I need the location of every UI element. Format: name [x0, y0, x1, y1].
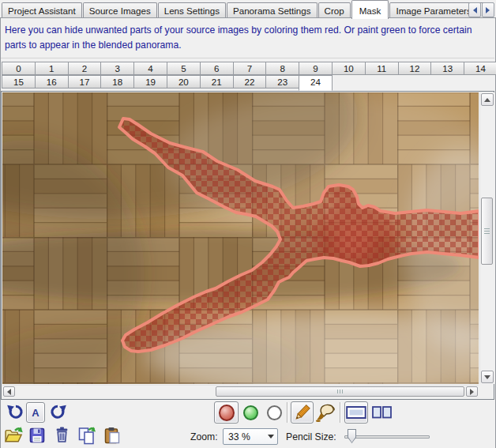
undo-button[interactable]	[6, 403, 24, 422]
image-tab-4[interactable]: 4	[133, 62, 167, 75]
right-arrow-icon	[470, 389, 477, 395]
image-tab-13[interactable]: 13	[430, 62, 464, 75]
up-arrow-icon	[484, 95, 490, 102]
save-mask-button[interactable]	[28, 427, 46, 444]
info-text: Here you can hide unwanted parts of your…	[5, 23, 491, 53]
image-tab-row-1: 01234567891011121314	[2, 62, 496, 75]
down-arrow-icon	[484, 375, 490, 382]
scroll-left-button[interactable]	[3, 386, 15, 397]
tab-scroll-right-button[interactable]	[482, 2, 494, 17]
tab-crop[interactable]: Crop	[318, 2, 351, 18]
image-tab-1[interactable]: 1	[35, 62, 69, 75]
tab-project-assistant[interactable]: Project Assistant	[2, 2, 82, 18]
open-folder-icon	[4, 426, 24, 446]
image-tab-20[interactable]: 20	[167, 75, 201, 88]
single-view-button[interactable]	[344, 401, 368, 424]
app-window: { "tab_bar": { "tabs": [ {"label": "Proj…	[0, 0, 496, 448]
image-tab-11[interactable]: 11	[365, 62, 399, 75]
image-tab-6[interactable]: 6	[200, 62, 234, 75]
pencil-icon	[293, 404, 311, 422]
pencil-size-label: Pencil Size:	[286, 431, 336, 443]
scroll-right-button[interactable]	[466, 386, 478, 397]
image-tab-8[interactable]: 8	[265, 62, 299, 75]
main-tab-bar: Project Assistant Source Images Lens Set…	[0, 0, 496, 18]
trash-icon	[53, 426, 71, 444]
tab-lens-settings[interactable]: Lens Settings	[158, 2, 226, 18]
image-tab-22[interactable]: 22	[233, 75, 267, 88]
tab-panorama-settings[interactable]: Panorama Settings	[227, 2, 318, 18]
zoom-select[interactable]: 33 %	[223, 428, 278, 445]
thumb-grip	[484, 228, 490, 235]
image-tab-9[interactable]: 9	[299, 62, 333, 75]
toolbar-separator	[340, 402, 340, 423]
pencil-tool-button[interactable]	[291, 401, 314, 424]
mask-canvas[interactable]	[2, 92, 479, 384]
left-arrow-icon	[4, 389, 11, 395]
paste-mask-button[interactable]	[102, 425, 122, 445]
right-arrow-icon	[486, 7, 493, 13]
load-mask-button[interactable]	[3, 425, 24, 446]
red-paint-icon	[219, 405, 235, 421]
left-arrow-icon	[470, 7, 477, 13]
image-tab-0[interactable]: 0	[2, 62, 36, 75]
auto-mask-label: A	[32, 407, 39, 419]
mask-color-white-button[interactable]	[266, 405, 282, 420]
tab-scroll-buttons	[468, 2, 494, 17]
image-tab-3[interactable]: 3	[100, 62, 134, 75]
scroll-down-button[interactable]	[481, 371, 494, 383]
zoom-value: 33 %	[228, 431, 250, 442]
mask-color-green-button[interactable]	[242, 405, 258, 420]
image-tab-2[interactable]: 2	[68, 62, 102, 75]
image-tab-19[interactable]: 19	[133, 75, 167, 88]
image-tab-5[interactable]: 5	[167, 62, 201, 75]
tab-mask[interactable]: Mask	[351, 0, 389, 19]
scroll-up-button[interactable]	[481, 93, 494, 106]
image-tab-14[interactable]: 14	[464, 62, 496, 75]
tab-source-images[interactable]: Source Images	[83, 2, 157, 18]
image-tab-16[interactable]: 16	[35, 75, 69, 88]
separator-line	[1, 58, 494, 58]
green-paint-icon	[243, 405, 258, 420]
toolbar-separator	[287, 402, 287, 423]
pencil-size-slider-track[interactable]	[344, 435, 430, 439]
image-tab-21[interactable]: 21	[200, 75, 234, 88]
tab-image-parameters[interactable]: Image Parameters	[389, 2, 477, 18]
save-icon	[28, 427, 46, 444]
fill-tool-button[interactable]	[314, 402, 336, 423]
horizontal-scroll-thumb[interactable]	[216, 386, 464, 397]
thumb-grip	[337, 390, 344, 393]
dual-view-button[interactable]	[371, 405, 393, 420]
ink-pour-icon	[315, 403, 336, 423]
horizontal-scrollbar[interactable]	[2, 385, 479, 398]
undo-icon	[6, 404, 24, 422]
copy-mask-button[interactable]	[77, 425, 97, 445]
tab-scroll-left-button[interactable]	[468, 2, 481, 17]
single-view-icon	[346, 405, 366, 420]
image-tab-row-2: 15161718192021222324	[2, 75, 332, 91]
image-tab-10[interactable]: 10	[332, 62, 366, 75]
redo-button[interactable]	[48, 403, 67, 422]
mask-color-red-button[interactable]	[214, 401, 239, 424]
dual-view-icon	[372, 406, 392, 419]
zoom-label: Zoom:	[190, 431, 218, 443]
paste-icon	[103, 426, 122, 445]
image-tab-7[interactable]: 7	[233, 62, 267, 75]
vertical-scroll-thumb[interactable]	[481, 198, 493, 265]
image-panel	[1, 91, 494, 400]
delete-mask-button[interactable]	[53, 426, 71, 444]
auto-mask-toggle-button[interactable]: A	[26, 402, 45, 423]
vertical-scrollbar[interactable]	[479, 92, 494, 384]
copy-icon	[77, 426, 97, 445]
chevron-down-icon	[268, 435, 274, 442]
image-tab-24[interactable]: 24	[299, 75, 333, 91]
image-tab-15[interactable]: 15	[2, 75, 36, 88]
image-tab-12[interactable]: 12	[398, 62, 432, 75]
white-eraser-icon	[267, 405, 282, 420]
image-tab-23[interactable]: 23	[265, 75, 299, 88]
redo-icon	[49, 404, 67, 422]
image-tab-18[interactable]: 18	[100, 75, 134, 88]
image-tab-17[interactable]: 17	[68, 75, 102, 88]
